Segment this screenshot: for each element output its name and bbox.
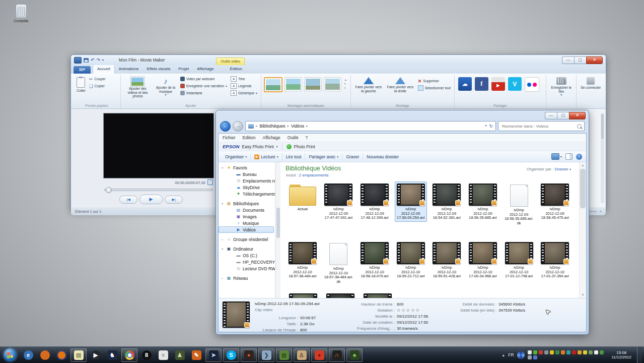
taskbar-minecraft[interactable]: ▦ — [276, 348, 292, 362]
storyboard-scrollbar[interactable] — [601, 113, 604, 203]
toolbar-partager-avec-button[interactable]: Partager avec▾ — [306, 153, 341, 160]
menu-help[interactable]: ? — [306, 135, 308, 140]
taskbar-wing-app[interactable]: ❯ — [258, 348, 274, 362]
tray-swirl-icon[interactable] — [517, 351, 525, 359]
record-narration-button[interactable]: Enregistrer une narration▾ — [179, 83, 228, 89]
start-button[interactable] — [4, 348, 17, 361]
file-item[interactable] — [359, 291, 396, 298]
scrollbar-thumb[interactable] — [580, 169, 586, 208]
auto-movie-theme-2[interactable] — [284, 77, 302, 91]
file-item[interactable]: ivDmp2012-12-1018-59-51-428.avi — [429, 240, 465, 280]
file-item[interactable]: ivDmp2012-12-0918-56-35-685.avi — [465, 182, 501, 222]
file-item[interactable]: ivDmp2012-12-1018-58-18-079.avi — [356, 240, 393, 280]
minimize-button[interactable]: — — [545, 112, 557, 119]
tray-icon[interactable] — [533, 350, 537, 354]
help-icon[interactable]: ? — [576, 154, 582, 160]
credits-button[interactable]: AGénérique▾ — [230, 90, 258, 96]
menu-fichier[interactable]: Fichier — [223, 135, 236, 140]
back-button[interactable]: ← — [220, 121, 231, 132]
webcam-video-button[interactable]: Vidéo par webcam — [179, 76, 228, 82]
taskbar-sticky-notes[interactable]: ▤ — [70, 348, 87, 362]
taskbar-skype[interactable]: S — [223, 348, 239, 362]
search-icon[interactable] — [577, 124, 582, 129]
forward-button[interactable]: → — [233, 121, 243, 132]
sidebar-item-favoris[interactable]: ▾★Favoris — [219, 164, 275, 171]
tray-icon[interactable] — [589, 350, 593, 354]
menu-outils[interactable]: Outils — [288, 135, 299, 140]
taskbar-web-browser[interactable]: e — [21, 349, 36, 361]
taskbar-media-player[interactable]: ▶ — [88, 349, 103, 361]
tray-icon[interactable] — [555, 350, 559, 354]
sidebar-item-hp-recovery[interactable]: ▬HP_RECOVERY (... — [219, 259, 275, 265]
previous-frame-button[interactable]: |◀ — [119, 196, 137, 204]
vimeo-share-button[interactable]: V — [508, 77, 522, 91]
refresh-icon[interactable]: ↻ — [489, 124, 493, 129]
flickr-share-button[interactable] — [525, 77, 539, 92]
sidebar-item-skydrive[interactable]: ☁SkyDrive — [219, 184, 275, 191]
taskbar-army-game[interactable]: ♟ — [172, 349, 187, 361]
address-field[interactable]: ▸ Bibliothèques ▸ Vidéos ▸ ▾ ↻ — [245, 121, 496, 131]
video-preview-screen[interactable] — [103, 113, 214, 178]
locations-link[interactable]: 2 emplacements — [299, 173, 329, 177]
close-button[interactable]: ✕ — [569, 112, 586, 119]
file-item[interactable] — [322, 291, 359, 298]
tray-icon[interactable] — [600, 350, 604, 354]
tab-animations[interactable]: Animations — [115, 65, 143, 74]
auto-movie-theme-3[interactable] — [304, 77, 322, 91]
tray-icon[interactable] — [572, 350, 576, 354]
search-input[interactable] — [501, 124, 577, 129]
delete-button[interactable]: ✕Supprimer — [417, 78, 452, 84]
fullscreen-icon[interactable] — [207, 179, 213, 185]
cut-button[interactable]: ✂Couper — [88, 76, 107, 82]
redo-icon[interactable]: ↷ — [97, 57, 101, 63]
taskbar-notepad[interactable]: ≡ — [156, 349, 171, 361]
tab-édition[interactable]: Édition — [226, 65, 246, 74]
taskbar-red-orb-game[interactable]: ● — [241, 348, 257, 362]
sidebar-item-groupe-résidentiel[interactable]: ▹⌂Groupe résidentiel — [219, 236, 275, 243]
recycle-bin[interactable]: Corbeille — [8, 4, 34, 23]
save-movie-button[interactable]: Enregistrer le film▾ — [549, 76, 574, 98]
theme-scroll-buttons[interactable]: ▲▾≡ — [343, 77, 348, 90]
breadcrumb-libraries[interactable]: Bibliothèques — [260, 124, 285, 129]
file-item[interactable] — [284, 291, 322, 298]
app-menu-icon[interactable] — [74, 57, 82, 64]
sidebar-item-os-c[interactable]: ▬OS (C:) — [219, 252, 275, 259]
hidden-icons-chevron[interactable]: ▲ — [502, 353, 505, 357]
video-tools-contextual-tab[interactable]: Outils vidéo — [216, 57, 245, 65]
toolbar-lire-tout-button[interactable]: Lire tout — [283, 153, 304, 160]
tray-icon[interactable] — [583, 350, 587, 354]
sidebar-item-réseau[interactable]: ▹▦Réseau — [219, 275, 275, 281]
tray-icon[interactable] — [528, 355, 532, 359]
file-item[interactable]: ivDmp2012-12-1017-01-37-354.avi — [537, 240, 573, 280]
facebook-share-button[interactable]: f — [475, 77, 488, 91]
menu-edition[interactable]: Edition — [243, 135, 256, 140]
sidebar-item-emplacements-ré[interactable]: ◷Emplacements ré... — [219, 177, 275, 184]
show-desktop-button[interactable] — [637, 347, 642, 363]
taskbar-clock[interactable]: 15:08 11/12/2012 — [609, 350, 634, 360]
next-frame-button[interactable]: ▶| — [165, 196, 183, 204]
taskbar-music-headphones[interactable]: ∩ — [329, 348, 345, 362]
taskbar-dark-game[interactable]: ♞ — [105, 349, 120, 361]
tray-icon[interactable] — [544, 350, 548, 354]
taskbar-angry-birds[interactable]: ● — [311, 348, 327, 362]
taskbar-green-creature-game[interactable]: ♣ — [346, 348, 363, 362]
tray-icon[interactable] — [550, 350, 554, 354]
sidebar-item-lecteur-dvd-rw[interactable]: ◎Lecteur DVD RW... — [219, 265, 275, 272]
file-item[interactable]: ivDmp2012-12-1017-00-34-968.avi — [465, 240, 501, 280]
select-all-button[interactable]: Sélectionner tout — [417, 85, 452, 91]
tab-accueil[interactable]: Accueil — [93, 65, 115, 74]
youtube-share-button[interactable]: ▶ — [491, 77, 505, 91]
epson-app-button[interactable]: Easy Photo Print — [242, 144, 273, 149]
taskbar-cursor-app[interactable]: ➤ — [205, 348, 222, 362]
seek-slider[interactable] — [104, 189, 213, 191]
preview-pane-icon[interactable] — [565, 153, 573, 160]
skydrive-share-button[interactable]: ☁ — [458, 77, 472, 91]
toolbar-organiser-button[interactable]: Organiser▾ — [223, 153, 249, 160]
sidebar-item-téléchargements[interactable]: ▼Téléchargements — [219, 191, 275, 197]
taskbar-firefox[interactable] — [54, 349, 69, 361]
paste-button[interactable]: Coller — [76, 76, 87, 93]
sidebar-item-ordinateur[interactable]: ▾▣Ordinateur — [219, 246, 275, 252]
photo-print-button[interactable]: Photo Print — [294, 144, 315, 149]
taskbar-flame-app[interactable] — [37, 349, 52, 361]
tab-effets-visuels[interactable]: Effets visuels — [142, 65, 174, 74]
